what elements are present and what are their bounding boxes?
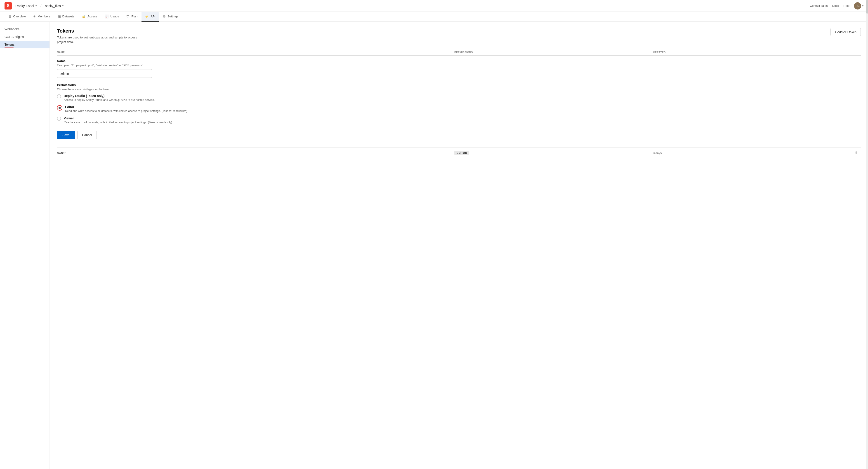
radio-option-editor[interactable]: Editor Read and write access to all data… [57,105,861,113]
name-form-label: Name [57,59,861,63]
project-label: sanity_files [45,4,61,8]
add-token-wrapper: + Add API token [831,28,861,36]
docs-link[interactable]: Docs [832,4,839,7]
datasets-icon: ▣ [58,14,61,19]
radio-option-viewer[interactable]: Viewer Read access to all datasets, with… [57,116,861,125]
radio-editor[interactable] [57,105,62,111]
radio-deploy-studio[interactable] [57,94,61,98]
radio-viewer-text: Viewer Read access to all datasets, with… [64,116,172,125]
scrollbar[interactable] [866,0,868,469]
tab-api[interactable]: ⚡ API [142,12,159,22]
token-actions-cell: 🗑 [852,151,861,155]
tab-api-label: API [151,15,156,18]
tokens-description: Tokens are used to authenticate apps and… [57,35,137,45]
project-name[interactable]: sanity_files ▾ [45,4,64,8]
sidebar: Webhooks CORS origins Tokens [0,22,50,469]
tab-overview-label: Overview [13,15,26,18]
tokens-title: Tokens [57,28,137,34]
tokens-header: Tokens Tokens are used to authenticate a… [57,28,861,45]
table-header: NAME PERMISSIONS CREATED [57,49,861,56]
plan-icon: 🛡 [126,14,130,18]
top-bar-divider: / [40,4,41,8]
radio-editor-text: Editor Read and write access to all data… [65,105,187,113]
workspace-label: Rocky Essel [16,4,34,8]
column-permissions-header: PERMISSIONS [454,51,653,54]
avatar-chevron-icon: ▾ [862,4,864,7]
column-created-header: CREATED [653,51,852,54]
column-actions-header [852,51,861,54]
sidebar-item-webhooks[interactable]: Webhooks [0,25,50,33]
scrollbar-thumb[interactable] [866,0,868,13]
tab-settings[interactable]: ⚙ Settings [160,12,182,22]
delete-token-icon[interactable]: 🗑 [855,151,858,155]
usage-icon: 📈 [104,14,109,19]
tab-settings-label: Settings [167,15,178,18]
sidebar-item-cors-origins[interactable]: CORS origins [0,33,50,41]
tab-access-label: Access [88,15,97,18]
workspace-chevron-icon: ▾ [35,4,37,7]
tab-access[interactable]: 🔒 Access [79,12,101,22]
add-token-underline [831,37,861,37]
token-name-cell: owner [57,151,454,155]
settings-icon: ⚙ [163,14,166,19]
contact-sales-link[interactable]: Contact sales [810,4,828,7]
layout: Webhooks CORS origins Tokens Tokens Toke… [0,22,868,469]
token-badge: EDITOR [454,151,469,155]
avatar-wrapper[interactable]: RE ▾ [854,2,864,9]
radio-option-deploy-studio[interactable]: Deploy Studio (Token only) Access to dep… [57,94,861,102]
project-chevron-icon: ▾ [62,4,64,7]
tab-overview[interactable]: ⊞ Overview [5,12,29,22]
column-name-header: NAME [57,51,454,54]
tab-datasets[interactable]: ▣ Datasets [55,12,78,22]
access-icon: 🔒 [82,14,86,19]
viewer-label: Viewer [64,116,172,120]
logo-mark: S [4,2,12,9]
form-buttons: Save Cancel [57,131,861,139]
tab-plan[interactable]: 🛡 Plan [123,12,141,22]
viewer-desc: Read access to all datasets, with limite… [64,120,172,125]
overview-icon: ⊞ [8,14,11,19]
avatar[interactable]: RE [854,2,861,9]
main-content: Tokens Tokens are used to authenticate a… [50,22,868,469]
token-created-cell: 3 days [653,151,852,155]
radio-viewer[interactable] [57,117,61,121]
cancel-button[interactable]: Cancel [77,131,97,139]
editor-desc: Read and write access to all datasets, w… [65,109,187,113]
tokens-intro: Tokens Tokens are used to authenticate a… [57,28,137,45]
permissions-hint: Choose the access privileges for the tok… [57,88,861,91]
workspace-name[interactable]: Rocky Essel ▾ [16,4,37,8]
permissions-section: Permissions Choose the access privileges… [57,83,861,125]
top-bar-right: Contact sales Docs Help RE ▾ [810,2,864,9]
editor-label: Editor [65,105,187,109]
tab-datasets-label: Datasets [62,15,74,18]
radio-deploy-studio-text: Deploy Studio (Token only) Access to dep… [64,94,155,102]
token-permissions-cell: EDITOR [454,151,653,155]
radio-editor-inner-dot [59,107,61,109]
permissions-title: Permissions [57,83,861,87]
tab-members[interactable]: ✦ Members [30,12,53,22]
name-form-hint: Examples: "Employee import", "Website pr… [57,64,861,67]
tab-plan-label: Plan [131,15,137,18]
tab-usage[interactable]: 📈 Usage [101,12,122,22]
table-row: owner EDITOR 3 days 🗑 [57,147,861,158]
add-api-token-button[interactable]: + Add API token [831,28,861,36]
secondary-nav: ⊞ Overview ✦ Members ▣ Datasets 🔒 Access… [0,12,868,22]
api-icon: ⚡ [145,14,149,19]
name-input[interactable] [57,69,152,78]
members-icon: ✦ [33,14,36,19]
save-button[interactable]: Save [57,131,75,139]
deploy-studio-desc: Access to deploy Sanity Studio and Graph… [64,98,155,102]
help-link[interactable]: Help [843,4,849,7]
top-bar: S Rocky Essel ▾ / sanity_files ▾ Contact… [0,0,868,12]
name-form-section: Name Examples: "Employee import", "Websi… [57,59,861,78]
sidebar-item-tokens[interactable]: Tokens [0,41,50,49]
tab-members-label: Members [37,15,50,18]
tab-usage-label: Usage [110,15,119,18]
deploy-studio-label: Deploy Studio (Token only) [64,94,155,98]
